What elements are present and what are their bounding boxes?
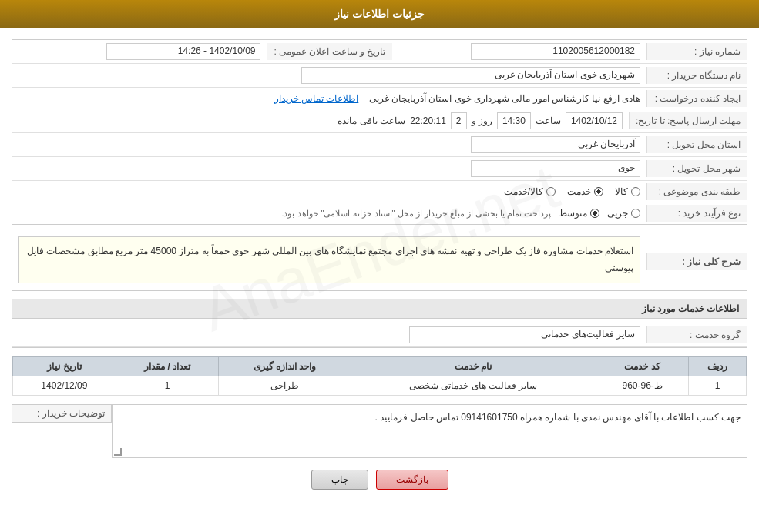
goroh-field: سایر فعالیت‌های خدماتی: [409, 326, 640, 343]
ijad-row: ایجاد کننده درخواست : هادی ارفع نیا کارش…: [12, 88, 747, 109]
noe-farayand-label: نوع فرآیند خرید :: [646, 205, 747, 222]
cell-tarikh: 1402/12/09: [13, 376, 116, 396]
radio-kala-khedmat-circle: [546, 187, 556, 196]
tawzihat-section: جهت کسب اطلاعات با آقای مهندس نمدی با شم…: [12, 404, 747, 458]
goroh-label: گروه خدمت :: [646, 326, 747, 343]
table-header-row: ردیف کد خدمت نام خدمت واحد اندازه گیری ت…: [13, 357, 747, 376]
tarighe-row: طبقه بندی موضوعی : کالا خدمت: [12, 181, 747, 202]
radio-khedmat-circle: [594, 187, 603, 196]
baqi-label: ساعت باقی مانده: [338, 115, 405, 126]
tarikh-elaan-field: 1402/10/09 - 14:26: [106, 43, 260, 60]
shomara-niaz-label: شماره نیاز :: [646, 43, 747, 60]
shomara-niaz-value: 1102005612000182: [392, 40, 647, 63]
tarikh-elaan-value: 1402/10/09 - 14:26: [12, 40, 267, 63]
radio-kala[interactable]: کالا: [615, 186, 640, 197]
button-row: بازگشت چاپ: [12, 470, 747, 501]
noe-farayand-row: نوع فرآیند خرید : جزیی متوسط پرداخت: [12, 202, 747, 224]
rooz-label: روز و: [472, 115, 492, 126]
sharh-label: شرح کلی نیاز :: [646, 253, 747, 270]
motevaset-label: متوسط: [559, 208, 587, 219]
tarikh-elaan-label: تاریخ و ساعت اعلان عمومی :: [267, 43, 391, 60]
goroh-value: سایر فعالیت‌های خدماتی: [12, 323, 646, 346]
shahr-label: شهر محل تحویل :: [646, 160, 747, 177]
mohlat-row: مهلت ارسال پاسخ: تا تاریخ: 1402/10/12 سا…: [12, 109, 747, 133]
name-dastgah-value: شهرداری خوی استان آذربایجان غربی: [12, 64, 646, 87]
shahr-value: خوی: [12, 157, 646, 180]
cell-tedad: 1: [116, 376, 219, 396]
mohlat-value: 1402/10/12 ساعت 14:30 روز و 2 22:20:11 س…: [12, 109, 629, 132]
back-button[interactable]: بازگشت: [376, 470, 448, 490]
goroh-section: گروه خدمت : سایر فعالیت‌های خدماتی: [12, 323, 747, 348]
ittela-link[interactable]: اطلاعات تماس خریدار: [274, 93, 359, 104]
ostan-row: استان محل تحویل : آذربایجان غربی: [12, 133, 747, 157]
mohlat-label: مهلت ارسال پاسخ: تا تاریخ:: [629, 112, 747, 129]
name-dastgah-row: نام دستگاه خریدار : شهرداری خوی استان آذ…: [12, 64, 747, 88]
table-row: 1 ط-96-960 سایر فعالیت های خدماتی شخصی ط…: [13, 376, 747, 396]
shahr-field: خوی: [471, 160, 640, 177]
radio-kala-khedmat[interactable]: کالا/خدمت: [504, 186, 556, 197]
col-tarikh: تاریخ نیاز: [13, 357, 116, 376]
baqi-value: 22:20:11: [410, 115, 446, 126]
tawzihat-text: جهت کسب اطلاعات با آقای مهندس نمدی با شم…: [375, 412, 741, 423]
radio-motevaset-circle: [590, 209, 599, 218]
col-vahed: واحد اندازه گیری: [219, 357, 351, 376]
cell-radif: 1: [689, 376, 747, 396]
cell-kod: ط-96-960: [596, 376, 688, 396]
print-button[interactable]: چاپ: [311, 470, 368, 490]
cell-vahed: طراحی: [219, 376, 351, 396]
col-kod: کد خدمت: [596, 357, 688, 376]
radio-jozii[interactable]: جزیی: [607, 208, 640, 219]
shomara-niaz-field: 1102005612000182: [471, 43, 640, 60]
goroh-row: گروه خدمت : سایر فعالیت‌های خدماتی: [12, 323, 747, 347]
sharh-row: شرح کلی نیاز : استعلام خدمات مشاوره فاز …: [12, 233, 747, 290]
name-dastgah-field: شهرداری خوی استان آذربایجان غربی: [301, 67, 640, 84]
resize-handle[interactable]: [114, 448, 122, 456]
name-dastgah-label: نام دستگاه خریدار :: [646, 67, 747, 84]
shomara-tarikh-row: شماره نیاز : 1102005612000182 تاریخ و سا…: [12, 40, 747, 64]
col-name: نام خدمت: [351, 357, 596, 376]
kala-label: کالا: [615, 186, 628, 197]
main-info-section: شماره نیاز : 1102005612000182 تاریخ و سا…: [12, 39, 747, 225]
service-table-container: ردیف کد خدمت نام خدمت واحد اندازه گیری ت…: [12, 356, 747, 396]
ijad-label: ایجاد کننده درخواست :: [646, 90, 747, 107]
sharh-section: شرح کلی نیاز : استعلام خدمات مشاوره فاز …: [12, 233, 747, 291]
col-radif: ردیف: [689, 357, 747, 376]
khedmat-label: خدمت: [567, 186, 591, 197]
radio-jozii-circle: [631, 209, 640, 218]
tarighe-label: طبقه بندی موضوعی :: [646, 183, 747, 200]
jozii-label: جزیی: [607, 208, 628, 219]
col-tedad: تعداد / مقدار: [116, 357, 219, 376]
radio-kala-circle: [631, 187, 640, 196]
ostan-value: آذربایجان غربی: [12, 133, 646, 156]
mohlat-saat: 14:30: [497, 112, 531, 129]
kala-khedmat-label: کالا/خدمت: [504, 186, 543, 197]
ostan-field: آذربایجان غربی: [471, 136, 640, 153]
mohlat-rooz: 2: [451, 112, 467, 129]
noe-farayand-value: جزیی متوسط پرداخت تمام یا بخشی از مبلغ خ…: [12, 205, 646, 222]
shahr-row: شهر محل تحویل : خوی: [12, 157, 747, 181]
page-header: جزئیات اطلاعات نیاز: [0, 0, 759, 28]
cell-name: سایر فعالیت های خدماتی شخصی: [351, 376, 596, 396]
sharh-value: استعلام خدمات مشاوره فاز یک طراحی و تهیه…: [12, 233, 646, 290]
sharh-text: استعلام خدمات مشاوره فاز یک طراحی و تهیه…: [18, 236, 640, 283]
service-table: ردیف کد خدمت نام خدمت واحد اندازه گیری ت…: [12, 356, 747, 396]
ostan-label: استان محل تحویل :: [646, 136, 747, 153]
mohlat-date: 1402/10/12: [566, 112, 623, 129]
saat-label: ساعت: [536, 115, 561, 126]
farayand-note: پرداخت تمام یا بخشی از مبلغ خریدار از مح…: [281, 209, 551, 219]
radio-motevaset[interactable]: متوسط: [559, 208, 599, 219]
tawzihat-content: جهت کسب اطلاعات با آقای مهندس نمدی با شم…: [112, 404, 747, 458]
ijad-text: هادی ارفع نیا کارشناس امور مالی شهرداری …: [369, 93, 640, 104]
page-title: جزئیات اطلاعات نیاز: [334, 8, 425, 20]
tawzihat-label: توضیحات خریدار :: [12, 404, 112, 423]
ettelaat-section-title: اطلاعات خدمات مورد نیاز: [12, 299, 747, 319]
ijad-value: هادی ارفع نیا کارشناس امور مالی شهرداری …: [12, 90, 646, 107]
tarighe-value: کالا خدمت کالا/خدمت: [12, 183, 646, 200]
radio-khedmat[interactable]: خدمت: [567, 186, 603, 197]
